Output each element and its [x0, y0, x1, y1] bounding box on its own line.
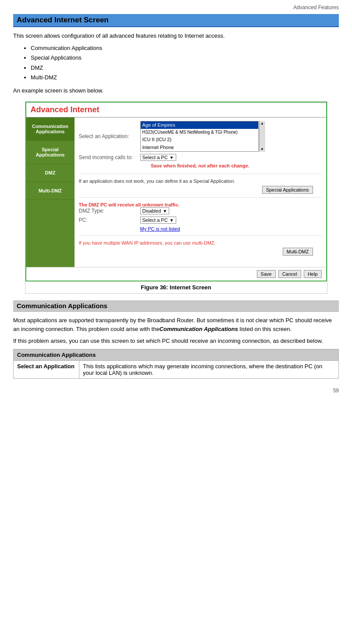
dmz-pc-select[interactable]: Select a PC ▼	[140, 217, 176, 224]
figure-container: Advanced Internet Communication Applicat…	[25, 101, 327, 294]
listbox-item-3[interactable]: Internet Phone	[141, 144, 258, 151]
send-calls-label: Send incoming calls to:	[79, 154, 140, 160]
dmz-type-row: DMZ Type: Disabled ▼	[79, 207, 322, 214]
comm-app-para2: If this problem arises, you can use this…	[13, 337, 339, 345]
advanced-internet-mockup: Advanced Internet Communication Applicat…	[25, 102, 327, 281]
comm-app-section: Select an Application: Age of Empires H3…	[79, 121, 322, 174]
table-row: Select an Application This lists applica…	[14, 360, 339, 378]
save-button[interactable]: Save	[257, 270, 276, 278]
adv-internet-body: Communication Applications Special Appli…	[26, 117, 326, 267]
dmz-red-text: The DMZ PC will receive all unknown traf…	[79, 202, 322, 207]
my-pc-not-listed-link[interactable]: My PC is not listed	[140, 226, 180, 231]
listbox-item-0[interactable]: Age of Empires	[141, 121, 258, 129]
multi-dmz-button[interactable]: Multi-DMZ	[283, 248, 313, 256]
comm-app-para1: Most applications are supported transpar…	[13, 316, 339, 333]
listbox-item-2[interactable]: ICU II (ICU 2)	[141, 136, 258, 143]
sidebar-dmz[interactable]: DMZ	[26, 164, 75, 182]
comm-app-table: Communication Applications Select an App…	[13, 349, 339, 379]
sidebar-comm-app[interactable]: Communication Applications	[26, 117, 75, 141]
page-number: 59	[13, 388, 339, 394]
app-listbox[interactable]: Age of Empires H323(CUseeME & MS NetMeet…	[140, 121, 259, 152]
header-text: Advanced Features	[293, 4, 339, 11]
multi-dmz-button-container: Multi-DMZ	[79, 248, 313, 256]
bullet-list: Communication Applications Special Appli…	[31, 44, 339, 82]
main-heading: Advanced Internet Screen	[13, 14, 339, 27]
comm-app-italic-bold: Communication Applications	[160, 326, 238, 332]
select-app-label: Select an Application:	[79, 133, 140, 139]
special-applications-button[interactable]: Special Applications	[262, 186, 313, 194]
special-app-section: If an application does not work, you can…	[79, 178, 322, 198]
comm-app-heading: Communication Applications	[13, 300, 339, 312]
sidebar-multi-dmz[interactable]: Multi-DMZ	[26, 182, 75, 200]
dmz-type-select[interactable]: Disabled ▼	[140, 207, 170, 214]
intro-text: This screen allows configuration of all …	[13, 32, 339, 40]
listbox-scrollbar[interactable]: ▲ ▼	[259, 121, 265, 152]
table-cell-col1: Select an Application	[14, 360, 79, 378]
listbox-container: Age of Empires H323(CUseeME & MS NetMeet…	[140, 121, 265, 152]
dmz-type-label: DMZ Type:	[79, 208, 140, 214]
special-app-button-container: Special Applications	[79, 186, 313, 194]
table-heading: Communication Applications	[14, 349, 339, 360]
help-button[interactable]: Help	[304, 270, 322, 278]
multi-dmz-section: If you have multiple WAN IP addresses, y…	[79, 240, 322, 259]
bullet-item-4: Multi-DMZ	[31, 73, 339, 82]
send-pc-select[interactable]: Select a PC ▼	[140, 154, 176, 161]
bullet-item-3: DMZ	[31, 64, 339, 72]
save-note: Save when finished, not after each chang…	[79, 163, 322, 168]
adv-internet-title: Advanced Internet	[31, 105, 100, 114]
bullet-item-2: Special Applications	[31, 53, 339, 62]
select-app-row: Select an Application: Age of Empires H3…	[79, 121, 322, 152]
listbox-item-1[interactable]: H323(CUseeME & MS NetMeeting & TGI Phone…	[141, 129, 258, 136]
bottom-buttons: Save Cancel Help	[26, 267, 326, 281]
sidebar-special-app[interactable]: Special Applications	[26, 141, 75, 164]
special-app-text: If an application does not work, you can…	[79, 178, 322, 184]
page-header: Advanced Features	[13, 4, 339, 11]
bullet-item-1: Communication Applications	[31, 44, 339, 53]
adv-content: Select an Application: Age of Empires H3…	[75, 117, 326, 267]
send-calls-row: Send incoming calls to: Select a PC ▼	[79, 154, 322, 161]
figure-caption: Figure 36: Internet Screen	[25, 281, 327, 293]
dmz-link-container: My PC is not listed	[140, 226, 322, 232]
adv-internet-header: Advanced Internet	[26, 103, 326, 117]
dmz-section: The DMZ PC will receive all unknown traf…	[79, 202, 322, 236]
cancel-button[interactable]: Cancel	[278, 270, 301, 278]
multi-dmz-text: If you have multiple WAN IP addresses, y…	[79, 240, 322, 246]
example-text: An example screen is shown below.	[13, 86, 339, 95]
dmz-pc-label: PC:	[79, 217, 140, 223]
dmz-pc-row: PC: Select a PC ▼	[79, 217, 322, 224]
table-cell-col2: This lists applications which may genera…	[79, 360, 339, 378]
adv-sidebar: Communication Applications Special Appli…	[26, 117, 75, 267]
